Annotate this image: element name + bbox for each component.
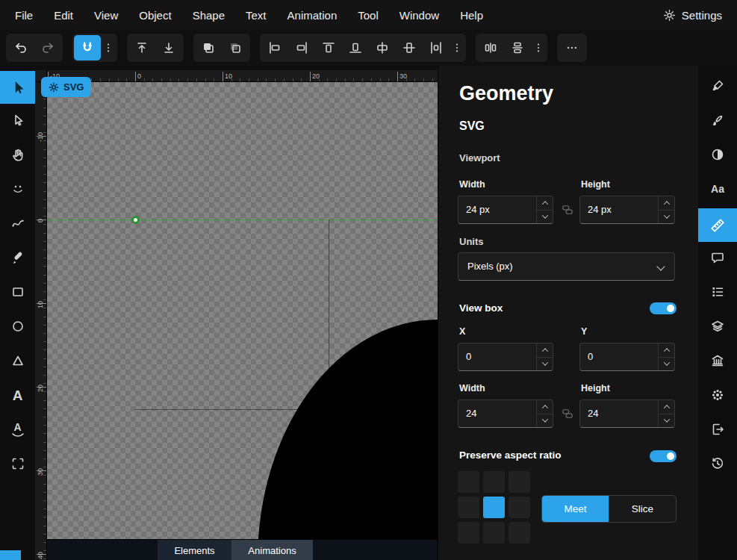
spin-down-button[interactable] (537, 211, 553, 224)
spin-up-button[interactable] (659, 400, 674, 414)
menu-object[interactable]: Object (128, 3, 181, 28)
rail-effects[interactable] (703, 380, 733, 410)
rail-geometry[interactable] (698, 208, 737, 242)
distribute-horizontal-button[interactable] (423, 35, 450, 60)
pencil-tool[interactable] (3, 243, 33, 273)
preserve-aspect-toggle[interactable] (650, 450, 677, 462)
spin-down-button[interactable] (537, 358, 553, 371)
canvas-viewport[interactable] (47, 82, 438, 539)
artboard-tool[interactable] (3, 449, 33, 479)
aspect-align-cell[interactable] (509, 471, 530, 493)
align-bottom-button[interactable] (342, 35, 369, 60)
space-vertical-button[interactable] (504, 35, 531, 60)
units-dropdown[interactable]: Pixels (px) (458, 252, 675, 281)
spin-down-button[interactable] (659, 358, 674, 371)
aspect-align-cell[interactable] (483, 471, 505, 493)
menu-file[interactable]: File (4, 3, 43, 28)
menu-text[interactable]: Text (235, 3, 277, 28)
text-path-tool[interactable]: A (3, 414, 33, 444)
undo-button[interactable] (7, 35, 34, 60)
bring-forward-button[interactable] (195, 35, 222, 60)
rail-export[interactable] (703, 414, 733, 444)
panel-corner-accent[interactable] (0, 550, 21, 560)
rail-history[interactable] (703, 449, 733, 479)
rail-layers[interactable] (703, 311, 733, 341)
origin-handle[interactable] (131, 216, 140, 224)
spin-up-button[interactable] (537, 400, 553, 414)
rail-brush[interactable] (703, 71, 733, 101)
ruler-vertical[interactable]: -10 0 10 20 30 40 (35, 82, 47, 560)
rail-list[interactable] (703, 277, 733, 307)
puppet-tool[interactable] (3, 174, 33, 204)
menu-shape[interactable]: Shape (182, 3, 235, 28)
tab-animations[interactable]: Animations (231, 540, 313, 560)
align-left-button[interactable] (261, 35, 288, 60)
ruler-label: -10 (37, 132, 44, 142)
spin-up-button[interactable] (537, 196, 553, 211)
slice-option[interactable]: Slice (609, 496, 676, 522)
spin-down-button[interactable] (659, 414, 674, 428)
raise-button[interactable] (128, 35, 155, 60)
viewport-width-input[interactable]: 24 px (458, 196, 553, 224)
redo-icon (40, 40, 55, 55)
canvas-shape[interactable] (258, 320, 438, 539)
snapping-button[interactable] (74, 35, 101, 60)
aspect-align-cell-selected[interactable] (483, 497, 505, 518)
aspect-align-cell[interactable] (509, 497, 530, 518)
redo-button[interactable] (34, 35, 61, 60)
link-dimensions-icon[interactable] (561, 203, 574, 217)
viewport-height-input[interactable]: 24 px (579, 196, 675, 224)
more-button[interactable] (559, 35, 585, 60)
rail-typography[interactable]: Aa (703, 174, 733, 204)
menu-tool[interactable]: Tool (347, 3, 389, 28)
align-right-button[interactable] (288, 35, 315, 60)
text-tool[interactable]: A (3, 380, 33, 410)
spin-up-button[interactable] (659, 196, 674, 211)
viewbox-toggle[interactable] (650, 302, 677, 314)
link-dimensions-icon[interactable] (561, 407, 574, 420)
spin-down-button[interactable] (659, 211, 674, 224)
send-backward-button[interactable] (222, 35, 249, 60)
ellipse-tool[interactable] (3, 311, 33, 341)
aspect-align-cell[interactable] (458, 522, 479, 544)
menu-window[interactable]: Window (389, 3, 450, 28)
lower-button[interactable] (155, 35, 182, 60)
svg-object-chip[interactable]: SVG (41, 77, 91, 97)
spin-up-button[interactable] (537, 343, 553, 358)
viewbox-height-input[interactable]: 24 (579, 399, 675, 428)
select-tool[interactable] (0, 71, 35, 104)
viewbox-width-input[interactable]: 24 (458, 399, 553, 428)
menu-help[interactable]: Help (450, 3, 494, 28)
tab-elements[interactable]: Elements (158, 540, 231, 560)
aspect-align-cell[interactable] (483, 522, 505, 544)
align-top-button[interactable] (315, 35, 342, 60)
spin-up-button[interactable] (659, 343, 674, 358)
viewbox-y-input[interactable]: 0 (579, 343, 675, 371)
ruler-horizontal[interactable]: -10 0 10 20 30 (47, 70, 438, 82)
curve-tool[interactable] (3, 208, 33, 238)
space-horizontal-button[interactable] (477, 35, 504, 60)
align-options-button[interactable] (450, 35, 464, 60)
distribute-options-button[interactable] (531, 35, 546, 60)
menu-view[interactable]: View (84, 3, 128, 28)
rail-comments[interactable] (703, 243, 733, 273)
menu-edit[interactable]: Edit (43, 3, 84, 28)
rail-library[interactable] (703, 346, 733, 376)
aspect-align-cell[interactable] (509, 522, 530, 544)
node-tool[interactable] (3, 105, 33, 135)
rectangle-tool[interactable] (3, 277, 33, 307)
rail-paintbrush[interactable] (703, 105, 733, 135)
align-center-horizontal-button[interactable] (369, 35, 396, 60)
viewbox-x-input[interactable]: 0 (458, 343, 553, 371)
aspect-align-cell[interactable] (458, 471, 479, 493)
spin-down-button[interactable] (537, 414, 553, 428)
settings-button[interactable]: Settings (653, 9, 733, 22)
align-center-vertical-button[interactable] (396, 35, 423, 60)
polygon-tool[interactable] (3, 346, 33, 376)
menu-animation[interactable]: Animation (277, 3, 348, 28)
meet-option[interactable]: Meet (542, 496, 609, 522)
rail-contrast[interactable] (703, 140, 733, 169)
hand-tool[interactable] (3, 140, 33, 169)
snapping-options-button[interactable] (101, 35, 116, 60)
aspect-align-cell[interactable] (458, 497, 479, 518)
